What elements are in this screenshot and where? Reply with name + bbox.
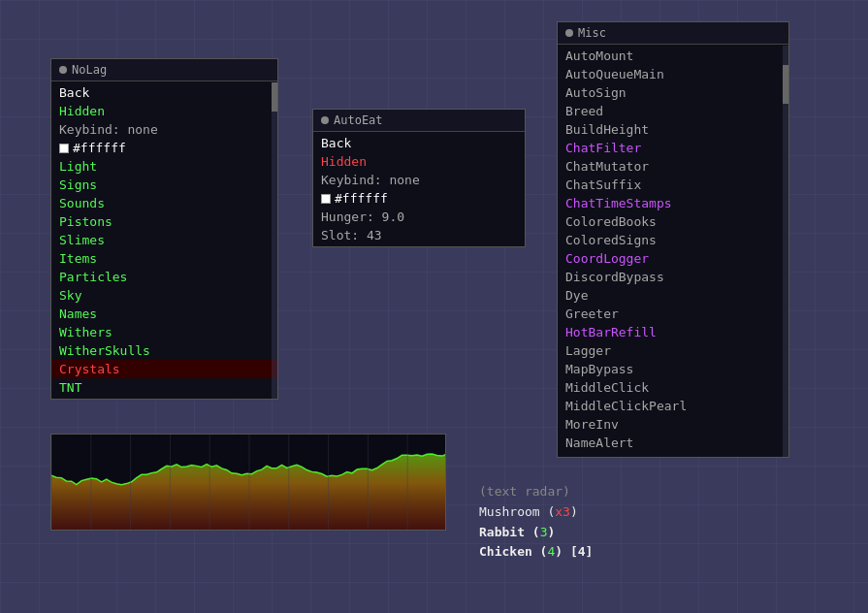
misc-list: AutoMount AutoQueueMain AutoSign Breed B…: [558, 45, 788, 454]
misc-item-lagger[interactable]: Lagger: [558, 341, 788, 360]
nolag-item-sounds[interactable]: Sounds: [51, 194, 277, 212]
nolag-item-sky[interactable]: Sky: [51, 286, 277, 305]
nolag-item-slimes[interactable]: Slimes: [51, 231, 277, 249]
misc-item-coloredsigns[interactable]: ColoredSigns: [558, 231, 788, 249]
autoeat-keybind: Keybind: none: [313, 171, 525, 189]
text-radar: (text radar) Mushroom (x3) Rabbit (3) Ch…: [479, 482, 593, 563]
nolag-item-names[interactable]: Names: [51, 305, 277, 323]
nolag-dot: [59, 66, 67, 74]
misc-scrollbar-thumb[interactable]: [783, 65, 788, 104]
misc-item-chattimestamps[interactable]: ChatTimeStamps: [558, 194, 788, 212]
nolag-item-pistons[interactable]: Pistons: [51, 212, 277, 231]
text-radar-chicken: Chicken (4) [4]: [479, 542, 593, 563]
nolag-item-light[interactable]: Light: [51, 157, 277, 176]
nolag-color-row[interactable]: #ffffff: [51, 139, 277, 157]
nolag-keybind: Keybind: none: [51, 120, 277, 139]
nolag-scrollbar[interactable]: [272, 82, 277, 399]
autoeat-color-value: #ffffff: [335, 191, 388, 206]
nolag-item-particles[interactable]: Particles: [51, 268, 277, 286]
misc-title: Misc: [558, 22, 788, 45]
autoeat-hidden[interactable]: Hidden: [313, 152, 525, 171]
autoeat-slot-row: Slot: 43: [313, 226, 525, 244]
misc-item-chatsuffix[interactable]: ChatSuffix: [558, 176, 788, 194]
misc-item-autosign[interactable]: AutoSign: [558, 83, 788, 102]
nolag-item-crystals[interactable]: Crystals: [51, 360, 277, 378]
radar-panel: [50, 434, 446, 531]
misc-item-dye[interactable]: Dye: [558, 286, 788, 305]
autoeat-color-row[interactable]: #ffffff: [313, 189, 525, 208]
misc-item-autoqueuemain[interactable]: AutoQueueMain: [558, 65, 788, 83]
misc-item-mapbypass[interactable]: MapBypass: [558, 360, 788, 378]
autoeat-dot: [321, 116, 329, 124]
misc-item-coloredbooks[interactable]: ColoredBooks: [558, 212, 788, 231]
text-radar-mushroom: Mushroom (x3): [479, 502, 593, 523]
nolag-list: Back Hidden Keybind: none #ffffff Light …: [51, 81, 277, 399]
misc-item-breed[interactable]: Breed: [558, 102, 788, 120]
nolag-color-value: #ffffff: [73, 141, 126, 155]
misc-item-chatfilter[interactable]: ChatFilter: [558, 139, 788, 157]
nolag-panel: NoLag Back Hidden Keybind: none #ffffff …: [50, 58, 278, 400]
nolag-item-tnt[interactable]: TNT: [51, 378, 277, 397]
autoeat-color-box: [321, 194, 331, 204]
radar-canvas: [51, 435, 446, 531]
nolag-color-box: [59, 144, 69, 153]
nolag-item-signs[interactable]: Signs: [51, 176, 277, 194]
misc-scrollbar[interactable]: [783, 46, 788, 457]
nolag-scrollbar-thumb[interactable]: [272, 82, 277, 112]
misc-title-text: Misc: [578, 26, 606, 40]
misc-item-chatmutator[interactable]: ChatMutator: [558, 157, 788, 176]
nolag-title-text: NoLag: [72, 63, 107, 77]
autoeat-panel: AutoEat Back Hidden Keybind: none #fffff…: [312, 109, 526, 247]
misc-dot: [565, 29, 573, 37]
nolag-title: NoLag: [51, 59, 277, 81]
text-radar-label: (text radar): [479, 482, 593, 502]
misc-item-buildheight[interactable]: BuildHeight: [558, 120, 788, 139]
autoeat-title: AutoEat: [313, 110, 525, 132]
misc-item-middleclickpearl[interactable]: MiddleClickPearl: [558, 397, 788, 415]
misc-item-moreinv[interactable]: MoreInv: [558, 415, 788, 434]
misc-item-namealert[interactable]: NameAlert: [558, 434, 788, 452]
mushroom-count: x3: [555, 504, 570, 519]
autoeat-list: Back Hidden Keybind: none #ffffff Hunger…: [313, 132, 525, 246]
text-radar-rabbit: Rabbit (3): [479, 523, 593, 543]
nolag-hidden[interactable]: Hidden: [51, 102, 277, 120]
nolag-item-witherskulls[interactable]: WitherSkulls: [51, 341, 277, 360]
misc-item-automount[interactable]: AutoMount: [558, 47, 788, 65]
autoeat-back[interactable]: Back: [313, 134, 525, 152]
nolag-back[interactable]: Back: [51, 83, 277, 102]
misc-item-greeter[interactable]: Greeter: [558, 305, 788, 323]
nolag-item-items[interactable]: Items: [51, 249, 277, 268]
misc-item-hotbarrefill[interactable]: HotBarRefill: [558, 323, 788, 341]
misc-panel: Misc AutoMount AutoQueueMain AutoSign Br…: [557, 21, 789, 458]
misc-item-coordlogger[interactable]: CoordLogger: [558, 249, 788, 268]
misc-item-discordbypass[interactable]: DiscordBypass: [558, 268, 788, 286]
autoeat-title-text: AutoEat: [334, 113, 383, 127]
nolag-item-withers[interactable]: Withers: [51, 323, 277, 341]
autoeat-hunger-row: Hunger: 9.0: [313, 208, 525, 226]
misc-item-middleclick[interactable]: MiddleClick: [558, 378, 788, 397]
